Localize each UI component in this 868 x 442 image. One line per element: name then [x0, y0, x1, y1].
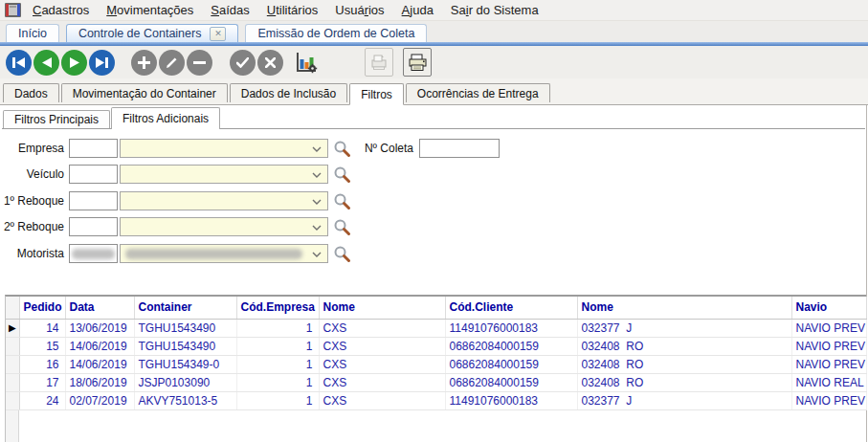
- grid-cell: 1: [236, 391, 319, 409]
- menu-item[interactable]: Usuários: [326, 0, 392, 20]
- delete-record-button[interactable]: [187, 50, 212, 76]
- first-record-button[interactable]: [6, 50, 32, 76]
- page-tab[interactable]: Movimentação do Container: [61, 83, 228, 102]
- chevron-down-icon: [312, 225, 322, 231]
- document-tab[interactable]: Início: [6, 24, 59, 42]
- page-tab[interactable]: Dados: [3, 83, 59, 102]
- column-header[interactable]: Pedido: [19, 297, 65, 319]
- column-header[interactable]: Container: [134, 297, 236, 319]
- filter-code-input[interactable]: [69, 139, 118, 158]
- pencil-icon: [166, 56, 178, 69]
- grid-cell: 032408 RO: [577, 373, 791, 391]
- grid-cell: TGHU1543490: [134, 337, 236, 355]
- filter-code-input[interactable]: [69, 191, 118, 210]
- print-preview-button[interactable]: [365, 48, 393, 77]
- minus-icon: [193, 61, 206, 64]
- column-header[interactable]: Nome: [577, 297, 791, 319]
- grid-cell: AKVY751013-5: [134, 391, 236, 409]
- filter-combo[interactable]: [120, 165, 328, 184]
- grid-cell: CXS: [319, 319, 445, 337]
- grid-cell: NAVIO PREV: [791, 319, 866, 337]
- column-header[interactable]: Nome: [319, 297, 445, 319]
- edit-record-button[interactable]: [159, 50, 185, 76]
- document-tab[interactable]: Emissão de Ordem de Coleta: [245, 24, 427, 42]
- document-tab-label: Início: [18, 27, 47, 40]
- grid-cell: 02/07/2019: [65, 391, 134, 409]
- grid-cell: 14/06/2019: [65, 337, 134, 355]
- grid-cell: 14/06/2019: [65, 355, 134, 373]
- selector-header: [6, 297, 19, 319]
- search-icon[interactable]: [333, 166, 351, 184]
- chevron-down-icon: [312, 146, 322, 152]
- filter-label: Empresa: [0, 142, 64, 155]
- coleta-input[interactable]: [419, 139, 500, 158]
- filter-combo[interactable]: [120, 191, 328, 210]
- grid-cell: CXS: [319, 373, 445, 391]
- grid-cell: 032408 RO: [577, 355, 791, 373]
- go-prior-icon: [42, 57, 52, 68]
- search-icon[interactable]: [333, 218, 351, 236]
- document-tab[interactable]: Controle de Containers ✕: [66, 24, 239, 42]
- go-next-icon: [70, 57, 79, 68]
- page-tab[interactable]: Ocorrências de Entrega: [406, 83, 550, 102]
- page-tab[interactable]: Dados de Inclusão: [230, 83, 347, 102]
- filter-label: Veículo: [0, 167, 64, 181]
- go-last-icon: [96, 57, 108, 68]
- last-record-button[interactable]: [89, 50, 115, 76]
- app-icon: [3, 3, 22, 18]
- row-selector-cell: [6, 373, 19, 391]
- table-row[interactable]: 1718/06/2019JSJP01030901CXS0686208400015…: [6, 373, 866, 391]
- menu-bar: Cadastros Movimentações Saídas Utilitári…: [0, 0, 868, 21]
- grid-cell: 032377 J: [577, 391, 791, 409]
- grid-cell: 1: [236, 337, 319, 355]
- grid-cell: NAVIO PREV: [791, 337, 866, 355]
- post-record-button[interactable]: [230, 50, 256, 76]
- table-row[interactable]: 1614/06/2019TGHU154349-01CXS068620840001…: [6, 355, 866, 373]
- filter-code-input[interactable]: [69, 217, 118, 236]
- print-button[interactable]: [403, 48, 432, 77]
- search-icon[interactable]: [333, 245, 351, 263]
- grid-cell: 15: [19, 337, 65, 355]
- menu-item[interactable]: Saídas: [202, 0, 257, 20]
- column-header[interactable]: Navio: [791, 297, 866, 319]
- grid-cell: JSJP0103090: [134, 373, 236, 391]
- filter-subtab[interactable]: Filtros Principais: [3, 110, 110, 128]
- grid-cell: 1: [236, 355, 319, 373]
- row-selector-cell: [6, 355, 19, 373]
- document-tab-label: Emissão de Ordem de Coleta: [257, 27, 414, 40]
- insert-record-button[interactable]: [131, 50, 157, 76]
- filter-combo[interactable]: [120, 139, 328, 158]
- column-header[interactable]: Cód.Empresa: [236, 297, 319, 319]
- check-icon: [236, 57, 249, 68]
- table-row[interactable]: 2402/07/2019AKVY751013-51CXS114910760001…: [6, 391, 866, 409]
- menu-item[interactable]: Ajuda: [393, 0, 442, 20]
- row-selector-cell: [6, 391, 19, 409]
- filter-combo[interactable]: [120, 217, 328, 236]
- filter-code-input[interactable]: [69, 165, 118, 184]
- prior-record-button[interactable]: [33, 50, 59, 76]
- grid-table: PedidoDataContainerCód.EmpresaNomeCód.Cl…: [6, 297, 867, 410]
- menu-item[interactable]: Cadastros: [24, 0, 98, 20]
- page-tab[interactable]: Filtros: [349, 83, 404, 105]
- grid-cell: NAVIO PREV: [791, 391, 866, 409]
- grid-cell: 032377 J: [577, 319, 791, 337]
- chevron-down-icon: [312, 252, 322, 257]
- filter-subtab[interactable]: Filtros Adicionais: [111, 107, 220, 129]
- grid-cell: 16: [19, 355, 65, 373]
- column-header[interactable]: Cód.Cliente: [445, 297, 577, 319]
- grid-cell: 11491076000183: [445, 319, 577, 337]
- menu-item[interactable]: Movimentações: [98, 0, 202, 20]
- column-header[interactable]: Data: [65, 297, 134, 319]
- search-icon[interactable]: [333, 192, 351, 210]
- table-row[interactable]: 1514/06/2019TGHU15434901CXS0686208400015…: [6, 337, 866, 355]
- next-record-button[interactable]: [61, 50, 87, 76]
- grid-cell: 14: [19, 319, 65, 337]
- cancel-record-button[interactable]: [257, 50, 283, 76]
- menu-item[interactable]: Utilitários: [258, 0, 326, 20]
- menu-item[interactable]: Sair do Sistema: [442, 0, 547, 20]
- row-selector-cell: [6, 337, 19, 355]
- print-icon: [408, 54, 428, 72]
- chart-settings-button[interactable]: [292, 48, 321, 77]
- table-row[interactable]: ▶1413/06/2019TGHU15434901CXS114910760001…: [6, 319, 866, 337]
- close-tab-icon[interactable]: ✕: [210, 27, 226, 41]
